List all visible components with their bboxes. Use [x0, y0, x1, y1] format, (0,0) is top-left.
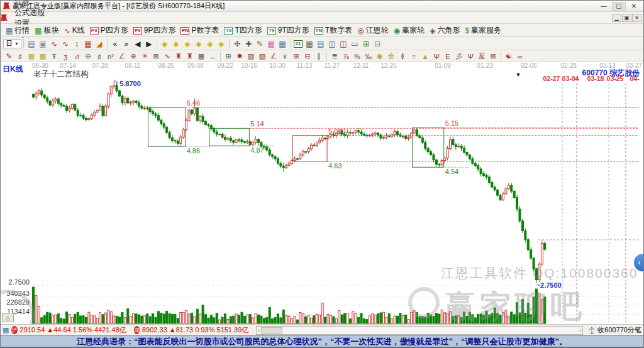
toolbar-行情[interactable]: ▦行情 — [3, 26, 32, 36]
draw-g0-12-icon[interactable]: ✳ — [139, 52, 150, 62]
tool2-g2-5-icon[interactable]: ◈ — [216, 39, 227, 49]
menu-公式选股[interactable]: 公式选股 — [10, 8, 49, 18]
draw-g2-10-icon[interactable]: E — [442, 52, 453, 62]
tool2-g0-0-icon[interactable]: ▤ — [26, 39, 37, 49]
tool2-g1-3-icon[interactable]: ▶ — [143, 39, 155, 49]
scrollbar-thumb[interactable] — [261, 327, 282, 334]
scroll-right-arrow[interactable]: › — [579, 327, 581, 334]
tool2-g4-2-icon[interactable]: ▤ — [315, 39, 326, 49]
toolbar-9T四方形[interactable]: T99T四方形 — [265, 26, 312, 36]
tool2-g4-6-icon[interactable]: ⊞ — [360, 39, 372, 49]
tool2-g4-4-icon[interactable]: ◫ — [338, 39, 349, 49]
tool2-g3-1-icon[interactable]: ✚ — [243, 39, 254, 49]
draw-g0-18-icon[interactable]: ↔ — [207, 52, 218, 62]
draw-g0-0-icon[interactable]: ✎ — [3, 52, 14, 62]
tool2-g3-2-icon[interactable]: ✎ — [254, 39, 265, 49]
draw-g1-5-icon[interactable]: ∨ — [279, 52, 291, 62]
draw-g1-3-icon[interactable]: ▧ — [257, 52, 268, 62]
draw-g2-13-icon[interactable]: 亙 — [476, 52, 487, 62]
toolbar-9P四方形[interactable]: P99P四方形 — [131, 26, 179, 36]
draw-g0-8-icon[interactable]: ♯ — [94, 52, 105, 62]
maximize-button[interactable]: ▢ — [612, 2, 626, 11]
draw-g0-4-icon[interactable]: Ŧ — [48, 52, 60, 62]
draw-g0-10-icon[interactable]: ∠ — [116, 52, 128, 62]
tool2-g2-0-icon[interactable]: ◈ — [159, 39, 170, 49]
draw-g0-2-icon[interactable]: ▦ — [26, 52, 37, 62]
draw-g2-6-icon[interactable]: ≬ — [397, 52, 408, 62]
draw-g1-1-icon[interactable]: ✸ — [234, 52, 245, 62]
draw-g2-5-icon[interactable]: 金 — [386, 52, 397, 62]
toolbar-板块[interactable]: ▩板块 — [32, 26, 61, 36]
tool2-g0-1-icon[interactable]: ▣ — [37, 39, 48, 49]
minimize-button[interactable]: — — [597, 2, 611, 11]
tool2-g3-0-icon[interactable]: ✣ — [231, 39, 243, 49]
tool2-g2-2-icon[interactable]: ◈ — [182, 39, 193, 49]
draw-g2-0-icon[interactable]: ≣ — [329, 52, 340, 62]
draw-g1-8-icon[interactable]: ∥ — [313, 52, 325, 62]
draw-g3-1-icon[interactable]: ∞ — [514, 52, 526, 62]
expand-panel-button[interactable]: △ — [2, 313, 14, 322]
mdi-close-button[interactable]: ✕ — [632, 14, 641, 22]
tool2-g0-4-icon[interactable]: ↕ — [71, 39, 82, 49]
draw-g0-15-icon[interactable]: ♜ — [173, 52, 184, 62]
draw-g0-3-icon[interactable]: ▩ — [37, 52, 48, 62]
mdi-minimize-button[interactable]: ▁ — [612, 14, 621, 22]
tool2-g4-5-icon[interactable]: ▭ — [349, 39, 360, 49]
tool2-g4-0-icon[interactable]: 21 — [292, 39, 304, 49]
tool2-g3-3-icon[interactable]: ▦ — [265, 39, 277, 49]
draw-g2-8-icon[interactable]: ▲ — [419, 52, 431, 62]
draw-g0-14-icon[interactable]: ∿ — [162, 52, 173, 62]
toolbar-T四方形[interactable]: T8T四方形 — [221, 26, 264, 36]
draw-g1-0-icon[interactable]: ⊞ — [223, 52, 234, 62]
draw-g2-12-icon[interactable]: Ψ — [465, 52, 476, 62]
period-dropdown[interactable]: 日▼ — [3, 39, 21, 48]
tool2-g4-1-icon[interactable]: ▦ — [304, 39, 315, 49]
toolbar-六角形[interactable]: ◈六角形 — [427, 26, 462, 36]
kline-chart[interactable]: 06-3007-1407-2808-1108-2509-0809-2210-16… — [1, 62, 644, 324]
tool2-g0-5-icon[interactable]: ▦ — [82, 39, 94, 49]
toolbar-P数字表[interactable]: PNP数字表 — [178, 26, 221, 36]
chart-horizontal-scrollbar[interactable]: ‹ › — [256, 326, 583, 335]
draw-g3-0-icon[interactable]: ☯ — [503, 52, 514, 62]
draw-g2-7-icon[interactable]: ≡ — [408, 52, 419, 62]
quote-grid-icon[interactable]: ▦ — [3, 326, 9, 334]
draw-g2-11-icon[interactable]: 彡 — [453, 52, 465, 62]
toolbar-江恩轮[interactable]: ◎江恩轮 — [355, 26, 391, 36]
draw-g1-7-icon[interactable]: ⊟ — [302, 52, 313, 62]
draw-g2-3-icon[interactable]: ‰ — [363, 52, 374, 62]
draw-g0-1-icon[interactable]: ♯ — [14, 52, 26, 62]
toolbar-赢家服务[interactable]: $赢家服务 — [462, 26, 504, 36]
draw-g0-13-icon[interactable]: ⊠ — [150, 52, 162, 62]
tool2-g0-2-icon[interactable]: ∿ — [48, 39, 60, 49]
draw-g0-17-icon[interactable]: ▦ — [196, 52, 207, 62]
kline-chart-area[interactable]: 06-3007-1407-2808-1108-2509-0809-2210-16… — [1, 62, 644, 324]
draw-g1-2-icon[interactable]: ▨ — [245, 52, 257, 62]
toolbar-K线[interactable]: ∿K线 — [62, 26, 87, 36]
tool2-g4-3-icon[interactable]: ◫ — [326, 39, 338, 49]
tool2-g0-3-icon[interactable]: ∿ — [60, 39, 71, 49]
toolbar-赢家轮[interactable]: ◉赢家轮 — [391, 26, 427, 36]
menu-江恩[interactable]: 江恩 — [10, 0, 49, 8]
draw-g2-14-icon[interactable]: ⊠ — [487, 52, 499, 62]
draw-g0-5-icon[interactable]: ʒ — [60, 52, 71, 62]
draw-g1-4-icon[interactable]: ∠ — [268, 52, 279, 62]
close-button[interactable]: ✕ — [627, 2, 641, 11]
draw-g0-7-icon[interactable]: ⊖ — [82, 52, 94, 62]
tool2-g2-4-icon[interactable]: ◈ — [204, 39, 216, 49]
draw-g2-1-icon[interactable]: ⅞ — [340, 52, 352, 62]
tool2-g1-1-icon[interactable]: » — [121, 39, 132, 49]
draw-g2-9-icon[interactable]: Ψ — [431, 52, 442, 62]
draw-g0-9-icon[interactable]: n² — [105, 52, 116, 62]
draw-g0-6-icon[interactable]: ⊿ — [71, 52, 82, 62]
mdi-restore-button[interactable]: ▣ — [622, 14, 631, 22]
tool2-g0-6-icon[interactable]: ◢ — [94, 39, 105, 49]
draw-g0-11-icon[interactable]: ⊕ — [128, 52, 139, 62]
draw-g1-6-icon[interactable]: ⊞ — [291, 52, 302, 62]
draw-g2-4-icon[interactable]: ◉ — [374, 52, 386, 62]
draw-g2-2-icon[interactable]: % — [352, 52, 363, 62]
tool2-g1-2-icon[interactable]: ◀ — [132, 39, 143, 49]
tool2-g4-7-icon[interactable]: ⊟ — [372, 39, 383, 49]
toolbar-P四方形[interactable]: P8P四方形 — [87, 26, 131, 36]
draw-g0-16-icon[interactable]: ♜ — [184, 52, 196, 62]
toolbar-T数字表[interactable]: TNT数字表 — [312, 26, 355, 36]
